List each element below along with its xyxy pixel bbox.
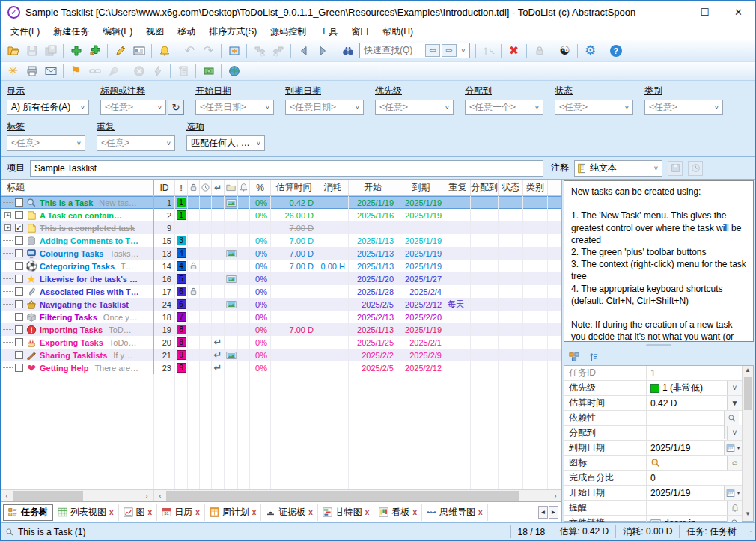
comments-save-button[interactable]: [668, 161, 683, 176]
task-row[interactable]: ★Likewise for the task's …1650%2025/1/20…: [1, 272, 561, 285]
columns-pane-hscrollbar[interactable]: ‹›: [154, 490, 561, 501]
resize-grip[interactable]: ⋰: [743, 525, 754, 538]
sort-button[interactable]: [479, 42, 498, 59]
menu-item-文件(F)[interactable]: 文件(F): [4, 24, 46, 40]
tab-思维导图[interactable]: 思维导图x: [422, 504, 488, 521]
tab-close-icon[interactable]: x: [252, 508, 257, 516]
filter-combo-标签[interactable]: <任意>˅: [7, 135, 85, 151]
tab-scroll-left-button[interactable]: ◄: [538, 506, 548, 519]
flag-task-button[interactable]: ⚑: [67, 63, 85, 80]
task-checkbox[interactable]: [15, 211, 23, 219]
activity-log-button[interactable]: [174, 63, 192, 80]
column-header-filelink[interactable]: [225, 180, 238, 195]
task-checkbox[interactable]: [15, 300, 23, 308]
filter-combo-到期日期[interactable]: <任意日期>˅: [285, 100, 364, 115]
column-header-reminder[interactable]: [238, 180, 250, 195]
task-row[interactable]: +A Task can contain…210%26.00 D2025/1/16…: [1, 209, 561, 221]
open-file-button[interactable]: [4, 42, 22, 59]
dropdown-button[interactable]: ˅: [727, 381, 742, 395]
task-row[interactable]: Importing TasksToD…1980%7.00 D2025/1/132…: [1, 323, 561, 336]
column-header-est[interactable]: 估算时间: [271, 180, 317, 195]
dependency-search-button[interactable]: [724, 411, 739, 425]
tab-甘特图[interactable]: 甘特图x: [318, 504, 375, 521]
quick-find-next-button[interactable]: ⇨: [442, 44, 457, 57]
attribute-value[interactable]: [647, 426, 727, 440]
delete-task-button[interactable]: ✖: [504, 42, 523, 59]
attribute-value[interactable]: [647, 501, 727, 515]
new-task-button[interactable]: [67, 42, 85, 59]
lock-tasklist-button[interactable]: [530, 42, 549, 59]
task-checkbox[interactable]: [15, 325, 23, 334]
column-header-due[interactable]: 到期: [397, 180, 445, 195]
dropdown-button[interactable]: ˅: [727, 426, 742, 440]
task-checkbox[interactable]: [15, 198, 23, 207]
find-tasks-button[interactable]: [338, 42, 357, 59]
email-button[interactable]: [41, 63, 60, 80]
task-checkbox[interactable]: [15, 262, 23, 270]
column-header-lock[interactable]: [188, 180, 200, 195]
filter-combo-类别[interactable]: <任意>˅: [644, 100, 723, 115]
filter-combo-显示[interactable]: A) 所有任务(A)˅: [7, 100, 89, 115]
menu-item-排序方式(S)[interactable]: 排序方式(S): [202, 24, 263, 40]
run-button[interactable]: [148, 63, 167, 80]
task-attributes-button[interactable]: [129, 42, 148, 59]
menu-item-源码控制[interactable]: 源码控制: [263, 24, 313, 40]
task-checkbox[interactable]: [15, 249, 23, 257]
sort-attributes-icon[interactable]: [588, 352, 599, 362]
redo-button[interactable]: ↷: [199, 42, 218, 59]
edit-task-button[interactable]: [111, 42, 129, 59]
column-header-title[interactable]: 标题: [1, 180, 154, 195]
help-button[interactable]: ?: [606, 42, 625, 59]
tab-close-icon[interactable]: x: [412, 508, 417, 516]
column-header-recurrence[interactable]: ↵: [212, 180, 225, 195]
tab-close-icon[interactable]: x: [195, 508, 200, 516]
quick-find-input[interactable]: 快速查找(Q): [360, 44, 424, 57]
filter-combo-标题或注释[interactable]: <任意>˅: [100, 100, 166, 115]
task-row[interactable]: Associated Files with T…1760%2025/1/2820…: [1, 285, 561, 298]
cancel-button[interactable]: [129, 63, 148, 80]
column-header-time[interactable]: [200, 180, 212, 195]
next-task-button[interactable]: [313, 42, 332, 59]
task-comments-editor[interactable]: New tasks can be created using: 1. The '…: [564, 180, 754, 342]
column-header-repeat[interactable]: 重复: [445, 180, 471, 195]
tab-close-icon[interactable]: x: [308, 508, 313, 516]
tab-scroll-right-button[interactable]: ►: [549, 506, 558, 519]
attribute-value[interactable]: 2025/1/19: [647, 486, 724, 500]
move-task-right-button[interactable]: [250, 42, 269, 59]
task-row[interactable]: Filtering TasksOnce y…1870%2025/2/132025…: [1, 311, 561, 323]
column-header-spent[interactable]: 消耗: [317, 180, 349, 195]
menu-item-编辑(E)[interactable]: 编辑(E): [96, 24, 139, 40]
donate-button[interactable]: [199, 63, 218, 80]
task-row[interactable]: ❤Getting HelpThere are…239↵0%2025/2/5202…: [1, 361, 561, 374]
attribute-value[interactable]: 1: [647, 366, 742, 380]
project-title-input[interactable]: Sample Tasklist: [30, 160, 543, 177]
quick-find-prev-button[interactable]: ⇦: [425, 44, 440, 57]
attribute-value[interactable]: 0.42 D: [647, 396, 727, 410]
task-checkbox[interactable]: [15, 338, 23, 346]
menu-item-工具[interactable]: 工具: [313, 24, 344, 40]
maximize-button[interactable]: ☐: [688, 1, 722, 23]
maximize-view-button[interactable]: [225, 42, 243, 59]
comments-time-button[interactable]: [688, 161, 703, 176]
task-row[interactable]: Exporting TasksToDo…208↵0%2025/1/252025/…: [1, 336, 561, 349]
filter-refresh-button[interactable]: ↻: [168, 100, 184, 115]
tab-图[interactable]: 图x: [119, 504, 158, 521]
menu-item-窗口[interactable]: 窗口: [344, 24, 376, 40]
tab-close-icon[interactable]: x: [109, 508, 114, 516]
icon-picker-button[interactable]: ☺: [727, 456, 742, 470]
comments-format-combo[interactable]: 纯文本 ˅: [574, 160, 662, 177]
task-row[interactable]: This is a TaskNew tas…110%0.42 D2025/1/1…: [1, 196, 561, 209]
website-button[interactable]: [225, 63, 243, 80]
preferences-button[interactable]: ⚙: [581, 42, 600, 59]
filter-combo-分配到[interactable]: <任意一个>˅: [465, 100, 543, 115]
attribute-value[interactable]: 0: [647, 471, 742, 485]
attribute-value[interactable]: 2025/1/19: [647, 441, 724, 455]
filter-combo-开始日期[interactable]: <任意日期>˅: [195, 100, 274, 115]
tab-日历[interactable]: 31日历x: [157, 504, 205, 521]
column-header-id[interactable]: ID: [154, 180, 175, 195]
menu-item-帮助(H)[interactable]: 帮助(H): [376, 24, 420, 40]
group-attributes-icon[interactable]: [569, 352, 579, 362]
column-header-status[interactable]: 状态: [499, 180, 523, 195]
attribute-value[interactable]: 1 (非常低): [647, 381, 727, 395]
task-checkbox[interactable]: [15, 275, 23, 283]
